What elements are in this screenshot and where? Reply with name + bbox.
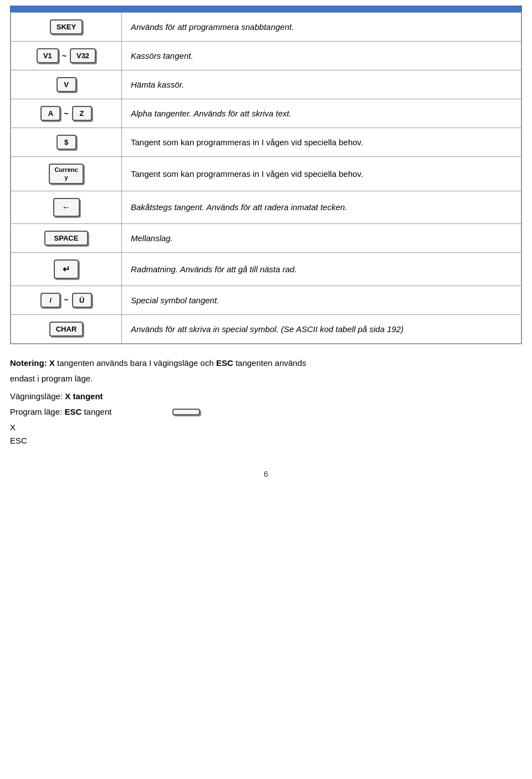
desc-text-dollar: Tangent som kan programmeras in I vågen … xyxy=(131,138,363,147)
note-program-prefix: Program läge: xyxy=(10,407,64,416)
desc-text-currency: Tangent som kan programmeras in I vågen … xyxy=(131,169,363,179)
key-skey: SKEY xyxy=(50,19,83,34)
key-table: SKEY Används för att programmera snabbta… xyxy=(11,12,521,344)
tilde-separator: ~ xyxy=(62,52,66,60)
desc-cell-enter: Radmatning. Används för att gå till näst… xyxy=(122,252,521,286)
desc-cell-v: Hämta kassör. xyxy=(122,70,521,99)
key-currency: Currency xyxy=(49,164,83,184)
keys-group-special: / ~ Ü xyxy=(16,292,117,309)
key-z: Z xyxy=(72,106,92,121)
key-cell-enter: ↵ xyxy=(11,252,122,286)
key-cell-currency: Currency xyxy=(11,157,122,191)
key-cell-space: SPACE xyxy=(11,223,122,252)
key-space: SPACE xyxy=(44,231,89,246)
tilde-separator: ~ xyxy=(64,109,68,118)
key-a: A xyxy=(40,106,60,121)
note-text3: endast i program läge. xyxy=(10,374,93,383)
note-program-text: Program läge: ESC tangent xyxy=(10,405,111,419)
key-dollar: $ xyxy=(57,135,76,150)
note-esc-tangent: ESC xyxy=(64,407,81,416)
note-line3: Vägningsläge: X tangent xyxy=(10,390,522,403)
note-text1: tangenten används bara I vägingsläge och xyxy=(57,358,216,368)
tilde-separator: ~ xyxy=(64,296,68,304)
key-cell-v: V xyxy=(11,70,122,99)
desc-cell-dollar: Tangent som kan programmeras in I vågen … xyxy=(122,128,521,157)
desc-cell-space: Mellanslag. xyxy=(122,223,521,252)
keys-group-v1v32: V1 ~ V32 xyxy=(16,47,117,64)
top-bar xyxy=(10,6,522,10)
key-esc-label: ESC xyxy=(10,434,522,447)
key-x-label: X xyxy=(10,421,522,434)
key-x-esc xyxy=(172,409,200,415)
table-row: SPACE Mellanslag. xyxy=(11,223,521,252)
note-line2: endast i program läge. xyxy=(10,372,522,385)
desc-cell-skey: Används för att programmera snabbtangent… xyxy=(122,13,521,42)
key-cell-special: / ~ Ü xyxy=(11,286,122,314)
page-number-text: 6 xyxy=(264,470,268,478)
key-u-umlaut: Ü xyxy=(72,293,92,308)
table-row: SKEY Används för att programmera snabbta… xyxy=(11,13,521,42)
desc-cell-az: Alpha tangenter. Används för att skriva … xyxy=(122,99,521,128)
key-v: V xyxy=(57,77,76,92)
table-row: Currency Tangent som kan programmeras in… xyxy=(11,157,521,191)
desc-cell-v1v32: Kassörs tangent. xyxy=(122,42,521,70)
table-row: ↵ Radmatning. Används för att gå till nä… xyxy=(11,252,521,286)
desc-cell-char: Används för att skriva in special symbol… xyxy=(122,314,521,343)
key-cell-char: CHAR xyxy=(11,314,122,343)
key-char: CHAR xyxy=(49,322,84,337)
key-cell-az: A ~ Z xyxy=(11,99,122,128)
key-cell-backspace: ← xyxy=(11,191,122,223)
key-cell-dollar: $ xyxy=(11,128,122,157)
table-row: CHAR Används för att skriva in special s… xyxy=(11,314,521,343)
note-section: Notering: X tangenten används bara I väg… xyxy=(10,357,522,447)
page-number: 6 xyxy=(0,470,532,478)
note-vagning-prefix: Vägningsläge: xyxy=(10,391,65,401)
table-row: V Hämta kassör. xyxy=(11,70,521,99)
key-slash: / xyxy=(40,293,60,308)
note-x-tangent: X tangent xyxy=(65,391,103,401)
note-notering: Notering: X xyxy=(10,358,55,368)
note-line1: Notering: X tangenten används bara I väg… xyxy=(10,357,522,370)
table-row: V1 ~ V32 Kassörs tangent. xyxy=(11,42,521,70)
keys-group-az: A ~ Z xyxy=(16,105,117,122)
key-enter: ↵ xyxy=(54,259,79,279)
desc-cell-currency: Tangent som kan programmeras in I vågen … xyxy=(122,157,521,191)
key-v1: V1 xyxy=(37,48,59,63)
key-backspace: ← xyxy=(53,198,80,217)
table-row: A ~ Z Alpha tangenter. Används för att s… xyxy=(11,99,521,128)
note-tangent-suffix: tangent xyxy=(84,407,111,416)
table-row: ← Bakåtstegs tangent. Används för att ra… xyxy=(11,191,521,223)
key-cell-v1v32: V1 ~ V32 xyxy=(11,42,122,70)
key-cell-skey: SKEY xyxy=(11,13,122,42)
table-row: $ Tangent som kan programmeras in I våge… xyxy=(11,128,521,157)
note-line4: Program läge: ESC tangent xyxy=(10,405,522,419)
table-row: / ~ Ü Special symbol tangent. xyxy=(11,286,521,314)
desc-cell-backspace: Bakåtstegs tangent. Används för att rade… xyxy=(122,191,521,223)
main-content: SKEY Används för att programmera snabbta… xyxy=(10,12,522,344)
note-text2: tangenten används xyxy=(236,358,306,368)
note-esc: ESC xyxy=(216,358,233,368)
desc-cell-special: Special symbol tangent. xyxy=(122,286,521,314)
key-v32: V32 xyxy=(70,48,96,63)
